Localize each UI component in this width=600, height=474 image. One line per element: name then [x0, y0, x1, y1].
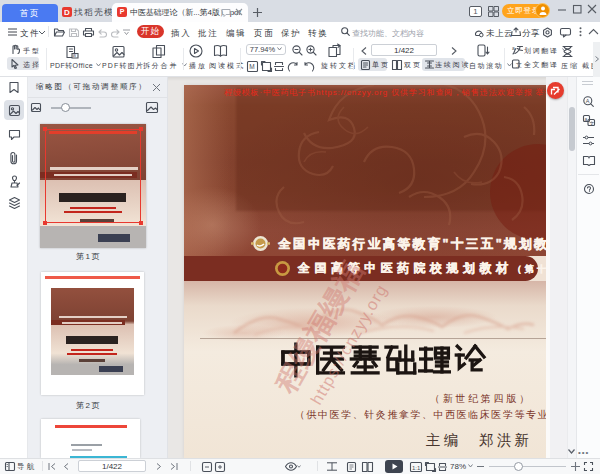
svg-text:文: 文	[590, 120, 595, 126]
svg-text:a: a	[512, 45, 515, 51]
svg-text:文: 文	[516, 61, 522, 68]
svg-text:1:1: 1:1	[412, 464, 421, 470]
svg-text:a: a	[585, 117, 588, 122]
svg-text:M: M	[249, 63, 254, 70]
svg-text:A: A	[586, 98, 590, 104]
svg-text:1: 1	[473, 7, 478, 16]
